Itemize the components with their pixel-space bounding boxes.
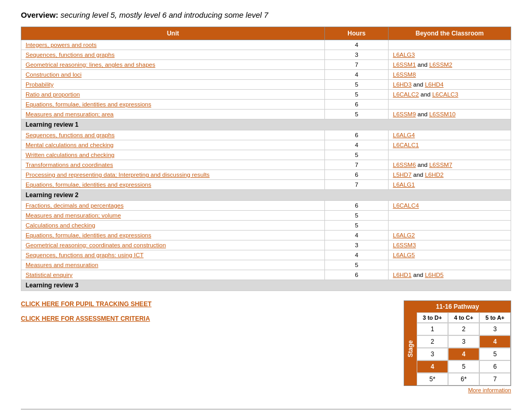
beyond-cell: L6SSM8 [389,70,511,80]
unit-link[interactable]: Calculations and checking [26,222,95,228]
bottom-section: CLICK HERE FOR PUPIL TRACKING SHEET CLIC… [21,300,511,393]
unit-link[interactable]: Construction and loci [26,71,81,78]
hours-cell: 5 [325,221,389,231]
beyond-link[interactable]: L6SSM1 [393,62,416,68]
beyond-link[interactable]: L6CALC1 [393,142,419,148]
table-row: Learning review 3 [21,280,511,291]
unit-link[interactable]: Mental calculations and checking [26,142,114,148]
unit-link[interactable]: Processing and representing data; Interp… [26,172,210,178]
beyond-cell [389,211,511,221]
hours-cell: 6 [325,100,389,110]
table-row: Mental calculations and checking4L6CALC1 [21,140,511,150]
table-row: Geometrical reasoning: coordinates and c… [21,240,511,250]
beyond-link[interactable]: L6HD1 [393,272,412,278]
hours-cell: 4 [325,40,389,50]
unit-link[interactable]: Written calculations and checking [26,152,114,158]
unit-link[interactable]: Equations, formulae, identities and expr… [26,232,151,238]
unit-link[interactable]: Geometrical reasoning: coordinates and c… [26,242,166,248]
pupil-tracking-link[interactable]: CLICK HERE FOR PUPIL TRACKING SHEET [21,300,151,308]
beyond-cell: L6ALG2 [389,231,511,240]
beyond-link[interactable]: L6SSM8 [393,71,416,78]
beyond-link[interactable]: L6SSM6 [393,162,416,168]
pathway-data-row: 456 [417,360,511,373]
table-row: Ratio and proportion5L6CALC2 and L6CALC3 [21,90,511,100]
hours-cell: 5 [325,150,389,160]
beyond-link[interactable]: L6HD3 [393,81,412,88]
pathway-cell: 4 [417,360,448,373]
pathway-wrapper: Stage 3 to D+4 to C+5 to A+ 123234345456… [404,312,511,385]
pathway-cell: 7 [479,373,511,385]
pathway-cell: 4 [479,335,511,348]
pathway-cell: 6* [448,373,479,385]
unit-link[interactable]: Measures and mensuration [26,262,98,268]
unit-link[interactable]: Sequences, functions and graphs [26,52,115,58]
unit-cell: Integers, powers and roots [21,40,325,50]
beyond-link[interactable]: L6ALG1 [393,182,415,188]
hours-cell: 7 [325,60,389,70]
pathway-cell: 3 [479,323,511,335]
hours-cell: 3 [325,240,389,250]
hours-cell: 5 [325,260,389,270]
beyond-link[interactable]: L6ALG2 [393,232,415,238]
beyond-link[interactable]: L6SSM9 [393,111,416,117]
assessment-criteria-link[interactable]: CLICK HERE FOR ASSESSMENT CRITERIA [21,315,151,322]
pathway-inner: 3 to D+4 to C+5 to A+ 1232343454565*6*7 [417,312,511,385]
pathway-more-info[interactable]: More information [468,387,511,393]
pathway-data-row: 123 [417,323,511,335]
unit-cell: Written calculations and checking [21,150,325,160]
beyond-cell: L6CALC1 [389,140,511,150]
beyond-cell: L6HD1 and L6HD5 [389,270,511,280]
hours-cell: 4 [325,140,389,150]
beyond-cell [389,100,511,110]
unit-link[interactable]: Ratio and proportion [26,91,80,98]
unit-link[interactable]: Sequences, functions and graphs: using I… [26,252,143,258]
beyond-link[interactable]: L6SSM3 [393,242,416,248]
table-row: Measures and mensuration; volume5 [21,211,511,221]
main-table: Unit Hours Beyond the Classroom Integers… [21,27,511,291]
hours-cell: 6 [325,170,389,180]
table-row: Transformations and coordinates7L6SSM6 a… [21,160,511,170]
hours-cell: 5 [325,90,389,100]
unit-link[interactable]: Integers, powers and roots [26,42,96,48]
beyond-link[interactable]: L6SSM7 [429,162,452,168]
pathway-cell: 5 [448,360,479,373]
unit-cell: Sequences, functions and graphs: using I… [21,250,325,260]
beyond-link[interactable]: L6ALG5 [393,252,415,258]
beyond-link[interactable]: L6HD5 [425,272,444,278]
unit-link[interactable]: Equations, formulae, identities and expr… [26,101,151,107]
unit-link[interactable]: Measures and mensuration; volume [26,212,121,219]
unit-link[interactable]: Measures and mensuration; area [26,111,114,117]
pathway-cell: 5* [417,373,448,385]
unit-link[interactable]: Statistical enquiry [26,272,72,278]
table-row: Equations, formulae, identities and expr… [21,231,511,240]
beyond-link[interactable]: L6ALG4 [393,132,415,138]
unit-link[interactable]: Geometrical reasoning: lines, angles and… [26,62,155,68]
beyond-link[interactable]: L6SSM2 [429,62,452,68]
beyond-link[interactable]: L6CALC4 [393,202,419,209]
beyond-link[interactable]: L6HD2 [425,172,444,178]
beyond-cell: L6SSM1 and L6SSM2 [389,60,511,70]
unit-link[interactable]: Transformations and coordinates [26,162,113,168]
unit-link[interactable]: Equations, formulae, identities and expr… [26,182,151,188]
beyond-link[interactable]: L6SSM10 [429,111,456,117]
beyond-link[interactable]: L6CALC2 [393,91,419,98]
beyond-cell: L6CALC4 [389,201,511,211]
table-row: Construction and loci4L6SSM8 [21,70,511,80]
beyond-link[interactable]: L6HD4 [425,81,444,88]
beyond-cell: L6ALG4 [389,130,511,140]
unit-link[interactable]: Sequences, functions and graphs [26,132,115,138]
beyond-link[interactable]: L6CALC3 [432,91,458,98]
pathway-header-cell: 5 to A+ [479,312,511,323]
footer-divider [21,409,511,409]
page-title: Overview: securing level 5, mostly level… [21,10,511,19]
table-row: Measures and mensuration; area5L6SSM9 an… [21,110,511,119]
unit-link[interactable]: Fractions, decimals and percentages [26,202,124,209]
beyond-link[interactable]: L6ALG3 [393,52,415,58]
pathway-data-row: 5*6*7 [417,373,511,385]
stage-label: Stage [404,312,417,385]
pathway-cell: 2 [448,323,479,335]
unit-link[interactable]: Probability [26,81,54,88]
beyond-link[interactable]: L5HD7 [393,172,412,178]
hours-cell: 7 [325,180,389,190]
table-row: Probability5L6HD3 and L6HD4 [21,80,511,90]
